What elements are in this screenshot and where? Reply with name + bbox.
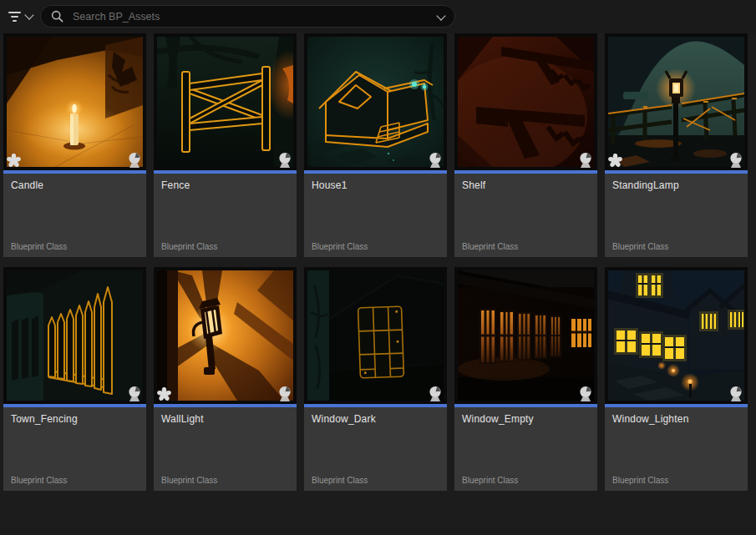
asset-thumbnail — [304, 267, 447, 404]
asset-type-label: Blueprint Class — [462, 476, 518, 485]
window-dark-thumbnail-art — [307, 270, 444, 401]
window-empty-thumbnail-art — [458, 270, 594, 401]
search-options-chevron-icon[interactable] — [436, 11, 445, 20]
asset-name: Window_Lighten — [612, 413, 740, 425]
town-fencing-thumbnail-art — [7, 270, 143, 401]
asset-tile-walllight[interactable]: WallLight Blueprint Class — [154, 267, 297, 491]
asset-thumbnail — [605, 267, 748, 404]
preview-sphere-icon — [728, 152, 743, 169]
asset-grid: Candle Blueprint Class — [0, 33, 756, 491]
asset-type-label: Blueprint Class — [161, 476, 217, 485]
unsaved-changes-icon — [608, 154, 622, 168]
preview-sphere-icon — [728, 386, 743, 402]
preview-sphere-icon — [578, 152, 593, 169]
content-browser-toolbar — [0, 0, 756, 33]
asset-info: WallLight Blueprint Class — [154, 407, 297, 491]
asset-name: Window_Dark — [312, 413, 439, 425]
asset-thumbnail — [454, 33, 597, 170]
asset-name: Window_Empty — [462, 413, 590, 425]
asset-info: Fence Blueprint Class — [154, 174, 297, 257]
asset-thumbnail — [3, 267, 146, 404]
unsaved-changes-icon — [7, 154, 21, 168]
asset-type-label: Blueprint Class — [312, 476, 368, 485]
asset-type-label: Blueprint Class — [462, 242, 518, 251]
asset-thumbnail — [605, 33, 748, 170]
asset-tile-fence[interactable]: Fence Blueprint Class — [154, 33, 297, 257]
asset-thumbnail — [154, 267, 297, 404]
preview-sphere-icon — [277, 386, 292, 402]
asset-thumbnail — [454, 267, 597, 404]
preview-sphere-icon — [127, 386, 142, 402]
filter-icon — [8, 12, 21, 22]
search-bar[interactable] — [40, 5, 455, 28]
asset-info: Window_Dark Blueprint Class — [304, 407, 447, 491]
chevron-down-icon — [24, 10, 33, 19]
asset-name: Town_Fencing — [11, 413, 139, 425]
asset-thumbnail — [3, 33, 146, 170]
asset-info: Candle Blueprint Class — [3, 174, 146, 257]
asset-name: House1 — [312, 179, 439, 191]
asset-tile-candle[interactable]: Candle Blueprint Class — [3, 33, 146, 257]
search-input[interactable] — [71, 10, 438, 23]
preview-sphere-icon — [127, 152, 142, 169]
filters-button[interactable] — [8, 7, 33, 27]
asset-tile-standinglamp[interactable]: StandingLamp Blueprint Class — [605, 33, 748, 257]
asset-info: Window_Lighten Blueprint Class — [605, 407, 748, 491]
house1-thumbnail-art — [307, 37, 444, 167]
shelf-thumbnail-art — [458, 37, 594, 167]
asset-info: Window_Empty Blueprint Class — [454, 407, 597, 491]
asset-name: Candle — [11, 179, 139, 191]
asset-type-label: Blueprint Class — [612, 476, 668, 485]
asset-type-label: Blueprint Class — [161, 242, 217, 251]
asset-tile-window-empty[interactable]: Window_Empty Blueprint Class — [454, 267, 597, 491]
fence-thumbnail-art — [157, 37, 293, 167]
asset-tile-shelf[interactable]: Shelf Blueprint Class — [454, 33, 597, 257]
asset-tile-town-fencing[interactable]: Town_Fencing Blueprint Class — [3, 267, 146, 491]
asset-tile-window-dark[interactable]: Window_Dark Blueprint Class — [304, 267, 447, 491]
asset-thumbnail — [304, 33, 447, 170]
walllight-thumbnail-art — [157, 270, 293, 401]
asset-type-label: Blueprint Class — [11, 242, 67, 251]
asset-info: StandingLamp Blueprint Class — [605, 174, 748, 257]
preview-sphere-icon — [277, 152, 292, 169]
preview-sphere-icon — [428, 386, 443, 402]
asset-tile-house1[interactable]: House1 Blueprint Class — [304, 33, 447, 257]
preview-sphere-icon — [578, 386, 593, 402]
asset-info: House1 Blueprint Class — [304, 174, 447, 257]
asset-type-label: Blueprint Class — [612, 242, 668, 251]
asset-type-label: Blueprint Class — [312, 242, 368, 251]
preview-sphere-icon — [428, 152, 443, 169]
asset-type-label: Blueprint Class — [11, 476, 67, 485]
search-icon — [51, 10, 63, 23]
asset-info: Town_Fencing Blueprint Class — [3, 407, 146, 491]
window-lighten-thumbnail-art — [608, 270, 744, 401]
unsaved-changes-icon — [157, 387, 171, 401]
standinglamp-thumbnail-art — [608, 37, 744, 167]
asset-name: Fence — [161, 179, 289, 191]
candle-thumbnail-art — [7, 37, 143, 167]
asset-name: WallLight — [161, 413, 289, 425]
asset-tile-window-lighten[interactable]: Window_Lighten Blueprint Class — [605, 267, 748, 491]
asset-info: Shelf Blueprint Class — [454, 174, 597, 257]
asset-thumbnail — [154, 33, 297, 170]
asset-name: Shelf — [462, 179, 590, 191]
asset-name: StandingLamp — [612, 179, 740, 191]
